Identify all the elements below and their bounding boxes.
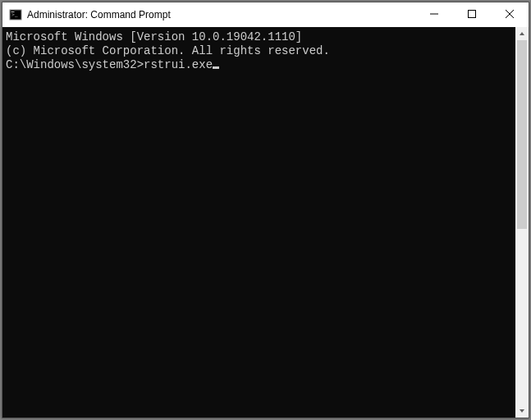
- svg-marker-7: [520, 32, 524, 35]
- minimize-button[interactable]: [415, 2, 453, 25]
- svg-marker-8: [520, 409, 524, 413]
- scroll-down-button[interactable]: [515, 404, 529, 418]
- scroll-thumb[interactable]: [517, 40, 527, 229]
- svg-rect-4: [469, 11, 476, 18]
- terminal-line: Microsoft Windows [Version 10.0.19042.11…: [6, 30, 512, 44]
- terminal-prompt: C:\Windows\system32>: [6, 58, 144, 71]
- terminal-line: (c) Microsoft Corporation. All rights re…: [6, 44, 512, 58]
- titlebar[interactable]: >_ Administrator: Command Prompt: [2, 2, 529, 27]
- command-prompt-window: >_ Administrator: Command Prompt Microso…: [2, 2, 529, 418]
- svg-text:>_: >_: [11, 11, 18, 18]
- close-button[interactable]: [491, 2, 529, 25]
- terminal-cursor: [213, 66, 219, 69]
- scroll-up-button[interactable]: [515, 27, 529, 40]
- terminal-command: rstrui.exe: [144, 58, 213, 71]
- vertical-scrollbar[interactable]: [515, 27, 529, 418]
- window-title: Administrator: Command Prompt: [27, 9, 415, 21]
- scroll-track[interactable]: [515, 40, 529, 404]
- terminal-output[interactable]: Microsoft Windows [Version 10.0.19042.11…: [2, 27, 515, 418]
- app-icon: >_: [9, 8, 22, 21]
- client-area: Microsoft Windows [Version 10.0.19042.11…: [2, 27, 529, 418]
- window-controls: [415, 2, 529, 27]
- maximize-button[interactable]: [453, 2, 491, 25]
